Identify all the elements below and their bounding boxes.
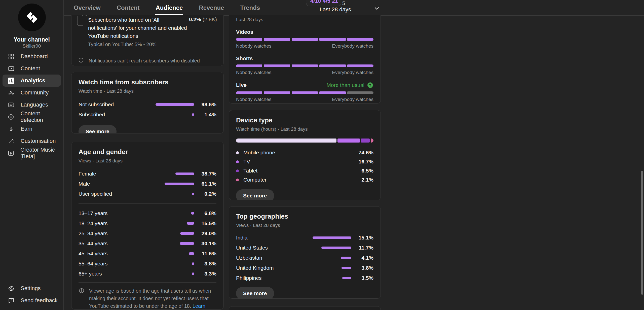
sidebar-nav: Dashboard Content Analytics Community La… (0, 50, 63, 159)
divider (79, 282, 216, 283)
stat-bar (151, 252, 194, 255)
stat-bar (151, 262, 194, 265)
sidebar-item-dashboard[interactable]: Dashboard (0, 50, 63, 62)
habit-segment (347, 91, 373, 94)
legend-dot (236, 179, 239, 181)
sidebar-item-content[interactable]: Content (0, 62, 63, 75)
legend-label: TV (243, 159, 358, 165)
stat-value: 3.8% (194, 261, 216, 267)
stat-row: Male 61.1% (79, 179, 216, 189)
sidebar-item-label: Settings (21, 285, 41, 292)
sidebar-item-community[interactable]: Community (0, 87, 63, 99)
axis-right-label: Everybody watches (332, 97, 373, 102)
info-icon (79, 288, 85, 295)
see-more-button[interactable]: See more (79, 125, 117, 133)
arrow-up-circle-icon (367, 82, 373, 88)
sidebar-item-languages[interactable]: Languages (0, 99, 63, 111)
stat-value: 4.1% (351, 255, 373, 261)
divider (79, 203, 216, 204)
device-stacked-bar (236, 139, 373, 143)
habit-segment (264, 38, 290, 41)
tab-content[interactable]: Content (114, 0, 142, 15)
age-rows: 13–17 years 6.8% 18–24 years 15.5% 25–34… (79, 208, 216, 279)
habit-segment (347, 38, 373, 41)
customisation-icon (8, 137, 15, 145)
stat-row: User specified 0.2% (79, 189, 216, 199)
tab-overview[interactable]: Overview (71, 0, 103, 15)
languages-icon (8, 101, 15, 108)
stat-bar (151, 103, 194, 106)
stat-label: 35–44 years (79, 240, 151, 247)
stat-bar (309, 236, 351, 239)
stat-row: Not subscribed 98.6% (79, 99, 216, 110)
habit-segment (292, 91, 318, 94)
see-more-button[interactable]: See more (236, 287, 274, 299)
analytics-tabs: OverviewContentAudienceRevenueTrends (71, 0, 262, 15)
stat-bar (309, 266, 351, 269)
sidebar-item-analytics[interactable]: Analytics (3, 75, 61, 87)
device-type-card: Device type Watch time (hours) · Last 28… (229, 110, 381, 200)
tab-revenue[interactable]: Revenue (196, 0, 226, 15)
tab-audience[interactable]: Audience (153, 0, 185, 15)
date-picker-clipped[interactable]: 4/10 4/5 21 (306, 0, 341, 6)
axis-right-label: Everybody watches (332, 70, 373, 75)
tab-trends[interactable]: Trends (238, 0, 262, 15)
card-subtitle: Watch time (hours) · Last 28 days (236, 126, 373, 132)
sidebar-item-label: Creator Music [Beta] (20, 147, 63, 160)
habit-badge: More than usual (326, 82, 373, 88)
stat-bar (151, 222, 194, 225)
stat-bar (309, 277, 351, 280)
info-icon (78, 57, 84, 64)
habit-segment-bar (236, 91, 373, 94)
stat-row: Female 38.7% (79, 169, 216, 179)
habit-segment (319, 64, 346, 67)
stat-value: 11.7% (351, 245, 373, 251)
stat-row: India 15.1% (236, 233, 373, 243)
habit-segment (292, 38, 318, 41)
watch-time-rows: Not subscribed 98.6% Subscribed 1.4% (79, 99, 216, 120)
content-icon (8, 65, 15, 72)
sidebar-footer: Settings Send feedback (0, 282, 63, 306)
stat-label: 25–34 years (79, 230, 151, 236)
sidebar-item-label: Earn (21, 126, 32, 132)
stat-row: 65+ years 3.3% (79, 269, 216, 279)
sidebar-item-settings[interactable]: Settings (0, 282, 63, 294)
stat-label: United States (236, 245, 309, 251)
card-title: Watch time from subscribers (79, 78, 216, 86)
stat-label: Subscribed (79, 112, 151, 118)
habit-label: Videos (236, 29, 253, 35)
notifications-row-text: Subscribers who turned on 'All notificat… (88, 16, 189, 40)
sidebar-item-label: Content (21, 65, 40, 72)
legend-row: TV 16.7% (236, 157, 373, 166)
channel-avatar[interactable] (18, 4, 46, 31)
legend-label: Mobile phone (243, 150, 358, 156)
chevron-down-icon[interactable] (373, 5, 381, 12)
stat-label: 55–64 years (79, 261, 151, 267)
stat-row: Philippines 3.5% (236, 273, 373, 283)
see-more-button[interactable]: See more (236, 189, 274, 200)
habit-label: Shorts (236, 55, 253, 61)
value-count: (2.8K) (203, 16, 217, 22)
sidebar-item-creator-music[interactable]: Creator Music [Beta] (0, 147, 63, 159)
stat-value: 15.5% (194, 220, 216, 226)
habit-group-videos: Videos Nobody watches Everybody watches (236, 29, 373, 49)
sidebar-item-earn[interactable]: Earn (0, 123, 63, 135)
habit-label: Live (236, 82, 247, 88)
stat-value: 15.1% (351, 235, 373, 241)
legend-row: Computer 2.1% (236, 175, 373, 184)
sidebar-item-send-feedback[interactable]: Send feedback (0, 294, 63, 306)
typical-range: Typical on YouTube: 5% - 20% (88, 42, 189, 47)
habit-segment (236, 91, 262, 94)
stat-row: 13–17 years 6.8% (79, 208, 216, 218)
card-subtitle: Views · Last 28 days (79, 158, 216, 164)
sidebar-item-label: Dashboard (21, 53, 48, 60)
stat-row: Uzbekistan 4.1% (236, 253, 373, 263)
legend-dot (236, 169, 239, 172)
scrollbar-thumb[interactable] (641, 171, 643, 295)
sidebar-item-customisation[interactable]: Customisation (0, 135, 63, 147)
date-range-label[interactable]: Last 28 days (320, 6, 351, 13)
sidebar-item-content-detection[interactable]: Content detection (0, 111, 63, 123)
stat-bar (151, 192, 194, 195)
settings-icon (8, 285, 15, 292)
sidebar-item-label: Content detection (21, 110, 63, 123)
